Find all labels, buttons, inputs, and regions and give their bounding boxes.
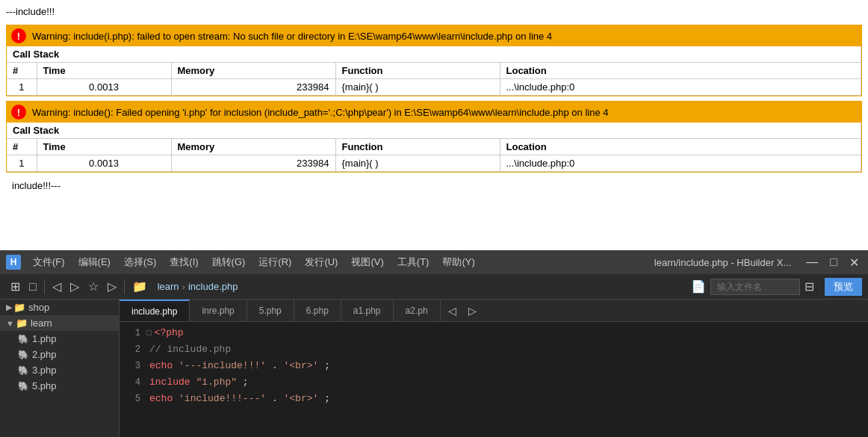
tab-a2-ph[interactable]: a2.ph (394, 300, 441, 321)
table-row: 1 0.0013 233984 {main}( ) ...\include.ph… (7, 79, 861, 96)
line-content-3: echo '---include!!!' . '<br>' ; (149, 358, 862, 374)
line-indicator-1: □ (146, 325, 152, 341)
sidebar-label-3php: 3.php (32, 365, 57, 376)
tab-inre-php[interactable]: inre.php (190, 300, 247, 321)
toolbar-back-icon[interactable]: ◁ (48, 278, 66, 295)
tab-5-php[interactable]: 5.php (247, 300, 294, 321)
menu-select[interactable]: 选择(S) (118, 254, 162, 270)
col-header-function-2: Function (335, 139, 500, 155)
row1-num-1: 1 (7, 79, 37, 96)
row1-time-2: 0.0013 (37, 155, 171, 172)
row1-function-1: {main}( ) (335, 79, 500, 96)
row1-location-2: ...\include.php:0 (500, 155, 861, 172)
file-icon-5php: 🐘 (18, 381, 29, 391)
tab-nav-right[interactable]: ▷ (464, 305, 481, 317)
col-header-location-2: Location (500, 139, 861, 155)
line-num-4: 4 (125, 374, 140, 391)
warning-icon-2: ! (11, 105, 26, 120)
menu-help[interactable]: 帮助(Y) (436, 254, 480, 270)
ide-title: learn/include.php - HBuilder X... (654, 257, 792, 268)
maximize-button[interactable]: □ (827, 255, 840, 270)
line-content-1: <?php (155, 325, 862, 341)
sidebar-item-5php[interactable]: 🐘 5.php (0, 378, 119, 394)
close-button[interactable]: ✕ (846, 255, 862, 270)
col-header-time-2: Time (37, 139, 171, 155)
expand-arrow-learn: ▼ (6, 319, 14, 328)
warning-box-2: ! Warning: include(): Failed opening 'i.… (6, 101, 862, 173)
toolbar-folder-icon[interactable]: 📁 (128, 278, 152, 295)
toolbar-play-icon[interactable]: ▷ (103, 278, 121, 295)
ide-menus: 文件(F) 编辑(E) 选择(S) 查找(I) 跳转(G) 运行(R) 发行(U… (27, 254, 654, 270)
ide-toolbar: ⊞ □ ◁ ▷ ☆ ▷ 📁 learn › include.php 📄 ⊟ 预览 (0, 274, 868, 300)
menu-goto[interactable]: 跳转(G) (206, 254, 252, 270)
line-num-5: 5 (125, 391, 140, 407)
expand-arrow-shop: ▶ (6, 303, 12, 312)
breadcrumb-include-php[interactable]: include.php (188, 281, 238, 292)
breadcrumb: learn › include.php (152, 281, 686, 292)
row1-memory-1: 233984 (171, 79, 335, 96)
toolbar-forward-icon[interactable]: ▷ (66, 278, 84, 295)
toolbar-new-icon[interactable]: ⊞ (6, 278, 25, 295)
toolbar-file-icon[interactable]: 📄 (686, 278, 710, 295)
menu-find[interactable]: 查找(I) (164, 254, 204, 270)
ide-titlebar-controls: — □ ✕ (803, 255, 862, 270)
tab-include-php[interactable]: include.php (120, 300, 190, 321)
col-header-num-2: # (7, 139, 37, 155)
col-header-memory-2: Memory (171, 139, 335, 155)
editor-tabs: include.php inre.php 5.php 6.php a1.php … (120, 300, 868, 322)
breadcrumb-separator: › (182, 281, 185, 292)
sidebar-label-2php: 2.php (32, 349, 57, 360)
menu-publish[interactable]: 发行(U) (299, 254, 344, 270)
tab-a1-php[interactable]: a1.php (341, 300, 394, 321)
file-icon-3php: 🐘 (18, 365, 29, 376)
sidebar-label-1php: 1.php (32, 333, 57, 344)
line-num-3: 3 (125, 358, 140, 374)
sidebar-item-2php[interactable]: 🐘 2.php (0, 347, 119, 362)
menu-tools[interactable]: 工具(T) (391, 254, 435, 270)
output-bottom: include!!!--- (6, 177, 862, 194)
row1-function-2: {main}( ) (335, 155, 500, 172)
sidebar-label-5php: 5.php (32, 380, 57, 391)
sidebar-item-3php[interactable]: 🐘 3.php (0, 362, 119, 378)
row1-memory-2: 233984 (171, 155, 335, 172)
ide-sidebar: ▶ 📁 shop ▼ 📁 learn 🐘 1.php 🐘 2.php 🐘 3.p… (0, 300, 120, 437)
warning-box-1: ! Warning: include(i.php): failed to ope… (6, 25, 862, 96)
toolbar-star-icon[interactable]: ☆ (84, 278, 103, 295)
line-content-5: echo 'include!!!---' . '<br>' ; (149, 391, 862, 407)
sidebar-label-learn: learn (31, 317, 52, 329)
sidebar-label-shop: shop (28, 302, 49, 313)
sidebar-item-shop[interactable]: ▶ 📁 shop (0, 300, 119, 315)
toolbar-save-icon[interactable]: □ (25, 279, 41, 295)
sidebar-item-1php[interactable]: 🐘 1.php (0, 331, 119, 347)
row1-num-2: 1 (7, 155, 37, 172)
col-header-location-1: Location (500, 63, 861, 79)
preview-button[interactable]: 预览 (825, 278, 862, 296)
col-header-function-1: Function (335, 63, 500, 79)
call-stack-label-1: Call Stack (7, 46, 861, 63)
tab-6-php[interactable]: 6.php (294, 300, 341, 321)
toolbar-filter-icon[interactable]: ⊟ (800, 278, 819, 295)
code-line-3: 3 echo '---include!!!' . '<br>' ; (120, 358, 868, 374)
menu-edit[interactable]: 编辑(E) (72, 254, 117, 270)
call-stack-label-2: Call Stack (7, 123, 861, 139)
ide-editor: include.php inre.php 5.php 6.php a1.php … (120, 300, 868, 437)
call-stack-table-1: Call Stack # Time Memory Function Locati… (7, 46, 861, 96)
ide-body: ▶ 📁 shop ▼ 📁 learn 🐘 1.php 🐘 2.php 🐘 3.p… (0, 300, 868, 437)
breadcrumb-learn[interactable]: learn (158, 281, 179, 292)
ide-logo: H (6, 255, 21, 270)
output-top: ---include!!! (6, 3, 862, 20)
code-area[interactable]: 1 □ <?php 2 // include.php 3 echo (120, 322, 868, 437)
row1-time-1: 0.0013 (37, 79, 171, 96)
warning-message-1: Warning: include(i.php): failed to open … (32, 31, 552, 42)
code-line-1: 1 □ <?php (120, 325, 868, 341)
menu-view[interactable]: 视图(V) (345, 254, 389, 270)
sidebar-item-learn[interactable]: ▼ 📁 learn (0, 315, 119, 331)
warning-header-2: ! Warning: include(): Failed opening 'i.… (7, 102, 861, 123)
menu-run[interactable]: 运行(R) (252, 254, 297, 270)
file-search-input[interactable] (710, 279, 800, 295)
col-header-num-1: # (7, 63, 37, 79)
menu-file[interactable]: 文件(F) (27, 254, 71, 270)
tab-nav-left[interactable]: ◁ (444, 305, 461, 317)
ide-container: H 文件(F) 编辑(E) 选择(S) 查找(I) 跳转(G) 运行(R) 发行… (0, 250, 868, 437)
minimize-button[interactable]: — (803, 255, 821, 270)
